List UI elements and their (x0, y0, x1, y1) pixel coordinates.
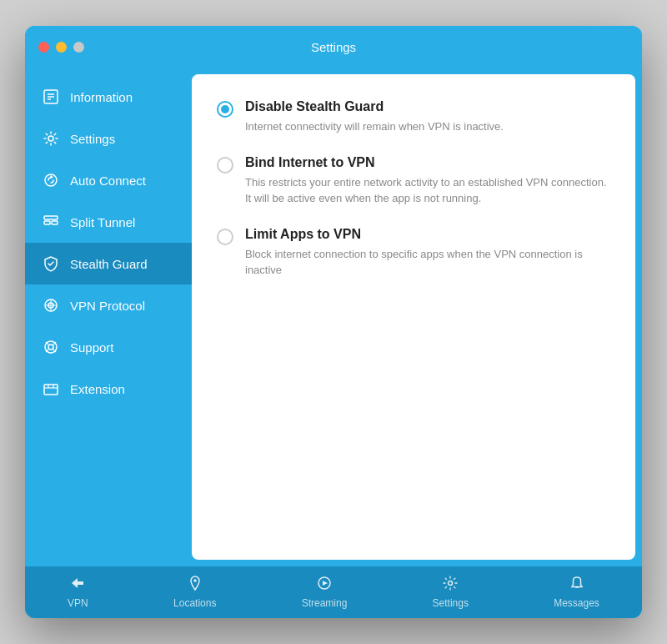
option-limit-apps-desc: Block internet connection to specific ap… (245, 246, 610, 279)
close-button[interactable] (38, 42, 49, 53)
streaming-nav-icon (317, 576, 332, 594)
window-controls (38, 42, 84, 53)
nav-item-streaming[interactable]: Streaming (292, 571, 358, 614)
bottom-nav: VPN Locations Streaming (25, 566, 642, 618)
option-disable-stealth-text: Disable Stealth Guard Internet connectiv… (245, 99, 504, 135)
sidebar: Information Settings (25, 68, 192, 566)
extension-icon (42, 380, 60, 398)
sidebar-item-vpn-protocol[interactable]: VPN Protocol (25, 284, 192, 326)
radio-disable-stealth[interactable] (217, 101, 233, 118)
sidebar-label-information: Information (70, 90, 133, 104)
option-limit-apps[interactable]: Limit Apps to VPN Block internet connect… (217, 227, 610, 279)
nav-label-settings: Settings (433, 597, 469, 609)
app-window: Settings Information (25, 26, 642, 618)
option-disable-stealth-desc: Internet connectivity will remain when V… (245, 118, 504, 135)
sidebar-item-extension[interactable]: Extension (25, 368, 192, 410)
svg-rect-6 (44, 216, 58, 219)
auto-connect-icon (42, 171, 60, 189)
option-bind-internet[interactable]: Bind Internet to VPN This restricts your… (217, 155, 610, 207)
option-bind-internet-desc: This restricts your entire network activ… (245, 174, 610, 207)
nav-label-streaming: Streaming (302, 597, 348, 609)
settings-nav-icon (443, 576, 458, 594)
main-area: Information Settings (25, 68, 642, 566)
svg-marker-26 (323, 581, 328, 586)
svg-rect-19 (44, 385, 58, 395)
sidebar-label-split-tunnel: Split Tunnel (70, 215, 135, 229)
sidebar-item-settings[interactable]: Settings (25, 118, 192, 159)
window-title: Settings (311, 40, 356, 54)
sidebar-label-vpn-protocol: VPN Protocol (70, 299, 145, 313)
svg-rect-8 (52, 221, 58, 224)
support-icon (42, 338, 60, 356)
option-bind-internet-label: Bind Internet to VPN (245, 155, 610, 170)
svg-point-24 (193, 579, 197, 582)
titlebar: Settings (25, 26, 642, 68)
information-icon (42, 88, 60, 106)
sidebar-item-auto-connect[interactable]: Auto Connect (25, 159, 192, 201)
option-limit-apps-label: Limit Apps to VPN (245, 227, 610, 242)
nav-label-vpn: VPN (68, 597, 88, 609)
option-disable-stealth[interactable]: Disable Stealth Guard Internet connectiv… (217, 99, 610, 135)
nav-label-locations: Locations (173, 597, 216, 609)
option-bind-internet-text: Bind Internet to VPN This restricts your… (245, 155, 610, 207)
sidebar-label-stealth-guard: Stealth Guard (70, 257, 148, 271)
nav-item-settings[interactable]: Settings (423, 571, 479, 614)
option-disable-stealth-label: Disable Stealth Guard (245, 99, 504, 114)
minimize-button[interactable] (56, 42, 67, 53)
radio-bind-internet[interactable] (217, 157, 233, 174)
svg-point-27 (449, 581, 453, 586)
stealth-guard-options: Disable Stealth Guard Internet connectiv… (217, 99, 610, 279)
svg-point-14 (48, 345, 53, 350)
sidebar-item-information[interactable]: Information (25, 76, 192, 118)
settings-icon (42, 129, 60, 148)
nav-item-vpn[interactable]: VPN (58, 571, 98, 614)
radio-limit-apps[interactable] (217, 229, 233, 245)
sidebar-label-extension: Extension (70, 382, 125, 396)
sidebar-label-support: Support (70, 340, 114, 355)
svg-rect-7 (44, 221, 50, 224)
sidebar-item-support[interactable]: Support (25, 326, 192, 368)
stealth-guard-icon (42, 254, 60, 273)
svg-point-4 (48, 136, 53, 141)
vpn-protocol-icon (42, 296, 60, 314)
locations-nav-icon (188, 576, 202, 594)
maximize-button[interactable] (73, 42, 84, 53)
option-limit-apps-text: Limit Apps to VPN Block internet connect… (245, 227, 610, 279)
svg-marker-23 (72, 578, 83, 588)
split-tunnel-icon (42, 213, 60, 231)
sidebar-item-stealth-guard[interactable]: Stealth Guard (25, 243, 192, 284)
content-area: Disable Stealth Guard Internet connectiv… (192, 74, 635, 560)
nav-label-messages: Messages (554, 597, 599, 609)
sidebar-item-split-tunnel[interactable]: Split Tunnel (25, 201, 192, 243)
nav-item-messages[interactable]: Messages (544, 571, 609, 614)
sidebar-label-settings: Settings (70, 132, 115, 146)
vpn-nav-icon (70, 576, 85, 594)
messages-nav-icon (570, 576, 584, 594)
nav-item-locations[interactable]: Locations (163, 571, 226, 614)
sidebar-label-auto-connect: Auto Connect (70, 174, 146, 188)
